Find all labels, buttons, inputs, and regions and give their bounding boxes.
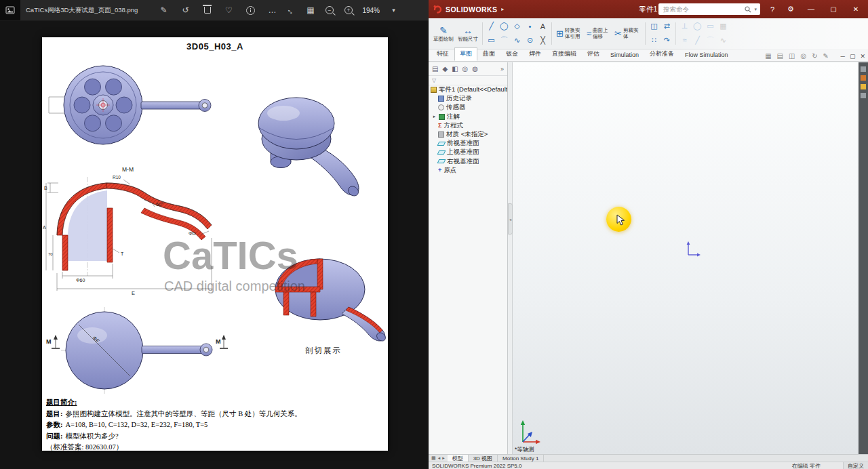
close-button[interactable]: ✕ [848,5,864,13]
configurationmanager-tab-icon[interactable]: ◧ [452,65,458,73]
settings-gear-icon[interactable]: ⚙ [785,5,797,14]
taskpane-resources-icon[interactable] [861,66,866,72]
expand-arrow-icon[interactable]: ▸ [432,114,437,119]
tab-sketch[interactable]: 草图 [454,47,477,61]
taskpane-appearances-icon[interactable] [861,93,866,98]
tree-item-top-plane[interactable]: 上视基准面 [429,148,507,157]
line-icon[interactable]: ╱ [485,20,498,33]
minimize-button[interactable]: — [803,5,819,13]
sketch-button[interactable]: ✎ 草图绘制 [431,20,456,47]
tree-item-sensors[interactable]: 传感器 [429,103,507,112]
tab-surfaces[interactable]: 曲面 [477,47,500,61]
tab-flow-simulation[interactable]: Flow Simulation [679,49,734,61]
tree-item-front-plane[interactable]: 前视基准面 [429,139,507,148]
move-entities-icon[interactable]: ⇄ [660,20,673,33]
taskpane-explorer-icon[interactable] [861,84,866,89]
maximize-button[interactable]: ▢ [825,5,842,13]
ellipse-icon[interactable]: ⊙ [524,34,536,47]
doc-minimize-icon[interactable]: ─ [841,53,845,60]
tree-filter-row[interactable]: ▽ [429,76,507,85]
fullscreen-icon[interactable]: ↔ [284,3,298,17]
tab-direct-editing[interactable]: 直接编辑 [547,47,582,61]
dxf-icon[interactable]: ∿ [717,34,730,47]
shaded-contours-icon[interactable]: ⌒ [704,34,717,47]
doc-restore-icon[interactable]: ▢ [850,53,856,60]
rapid-sketch-icon[interactable]: ╱ [691,34,704,47]
delete-icon[interactable] [202,5,212,16]
offset-on-surface-button[interactable]: ≈ 曲面上偏移 [585,20,612,47]
solidworks-logo[interactable]: SOLIDWORKS ▸ [433,4,504,14]
scroll-right-icon[interactable]: ▸ [442,455,445,461]
rotate-icon[interactable]: ↺ [180,5,191,16]
tree-item-annotations[interactable]: ▸ 注解 [429,113,507,121]
thumbnail-grid-icon[interactable]: ▦ [305,5,315,16]
panel-splitter[interactable] [508,62,513,454]
doctab-model[interactable]: 模型 [448,455,469,462]
doctab-motion-study[interactable]: Motion Study 1 [498,455,544,462]
cross-icon[interactable]: ╳ [536,34,549,47]
convert-entities-button[interactable]: ⊞ 转换实体引用 [554,20,585,47]
graphics-viewport[interactable]: *等轴测 [513,62,859,454]
tab-weldments[interactable]: 焊件 [524,47,547,61]
tab-evaluate[interactable]: 评估 [582,47,605,61]
favorite-icon[interactable]: ♡ [224,5,234,16]
point-icon[interactable]: • [524,20,536,33]
zoom-chevron-icon[interactable]: ▾ [389,5,399,16]
tree-item-history[interactable]: 历史记录 [429,94,507,103]
split-view-icon[interactable]: ◫ [789,52,795,60]
polygon-icon[interactable]: ◇ [511,20,524,33]
spline-icon[interactable]: ∿ [511,34,524,47]
splitter-collapse-handle[interactable]: ◂ [508,203,513,234]
manager-expand-icon[interactable]: » [500,66,504,73]
doc-close-icon[interactable]: ✕ [860,53,865,60]
tree-root-item[interactable]: 零件1 (Default<<Default>_Ph... [429,85,507,94]
repair-sketch-icon[interactable]: ≈ [678,34,691,47]
quick-snaps-icon[interactable]: ◯ [691,20,704,33]
info-icon[interactable] [245,5,256,16]
search-caret-icon[interactable]: ▾ [754,7,757,12]
zoom-level[interactable]: 194% [362,7,380,14]
sketch-picture-icon[interactable]: ▦ [717,20,730,33]
more-options-icon[interactable]: … [267,5,277,16]
text-icon[interactable]: A [536,20,549,33]
search-input[interactable] [662,5,742,14]
instant2d-icon[interactable]: ▭ [704,20,717,33]
viewer-canvas[interactable]: 3D05_H03_A [0,21,429,469]
rectangle-icon[interactable]: ▭ [485,34,498,47]
display-relations-icon[interactable]: ⊥ [678,20,691,33]
tree-item-equations[interactable]: Σ 方程式 [429,121,507,130]
tab-simulation[interactable]: Simulation [605,49,644,61]
scroll-left-icon[interactable]: ◂ [438,455,441,461]
tree-item-origin[interactable]: + 原点 [429,166,507,175]
propertymanager-tab-icon[interactable]: ◆ [442,65,448,73]
annotate-icon[interactable]: ✎ [823,52,829,60]
grid-view-icon[interactable]: ▦ [765,52,771,60]
target-icon[interactable]: ◎ [800,52,806,60]
tree-item-material[interactable]: 材质 <未指定> [429,130,507,139]
brand-chevron-icon[interactable]: ▸ [501,6,504,12]
tab-analysis-prep[interactable]: 分析准备 [644,47,679,61]
help-icon[interactable]: ? [766,5,778,14]
zoom-out-icon[interactable]: − [324,5,334,16]
window-grid-icon[interactable]: ▦ [431,455,436,461]
doctab-3dviews[interactable]: 3D 视图 [469,455,498,462]
taskpane-library-icon[interactable] [861,75,866,81]
arc-icon[interactable]: ⌒ [498,34,511,47]
status-customize[interactable]: 自定义 [843,462,868,469]
displaymanager-tab-icon[interactable]: ◍ [472,65,478,73]
tab-sheet-metal[interactable]: 钣金 [500,47,524,61]
photos-app-icon[interactable] [0,0,20,20]
trim-entities-button[interactable]: ✂ 剪裁实体 [612,20,643,47]
rotate-entities-icon[interactable]: ↷ [660,34,673,47]
zoom-in-icon[interactable]: + [343,5,353,16]
featuremanager-tab-icon[interactable]: ▤ [432,65,438,73]
command-search[interactable]: ▾ [658,3,760,15]
pane-icon[interactable]: ▤ [777,52,783,60]
dimxpert-tab-icon[interactable]: ◎ [462,65,469,73]
mirror-entities-icon[interactable]: ◫ [648,20,660,33]
tree-item-right-plane[interactable]: 右视基准面 [429,157,507,166]
circle-icon[interactable]: ◯ [498,20,511,33]
tab-features[interactable]: 特征 [431,47,454,61]
smart-dimension-button[interactable]: ↔ 智能尺寸 [456,20,480,47]
refresh-icon[interactable]: ↻ [812,52,817,60]
